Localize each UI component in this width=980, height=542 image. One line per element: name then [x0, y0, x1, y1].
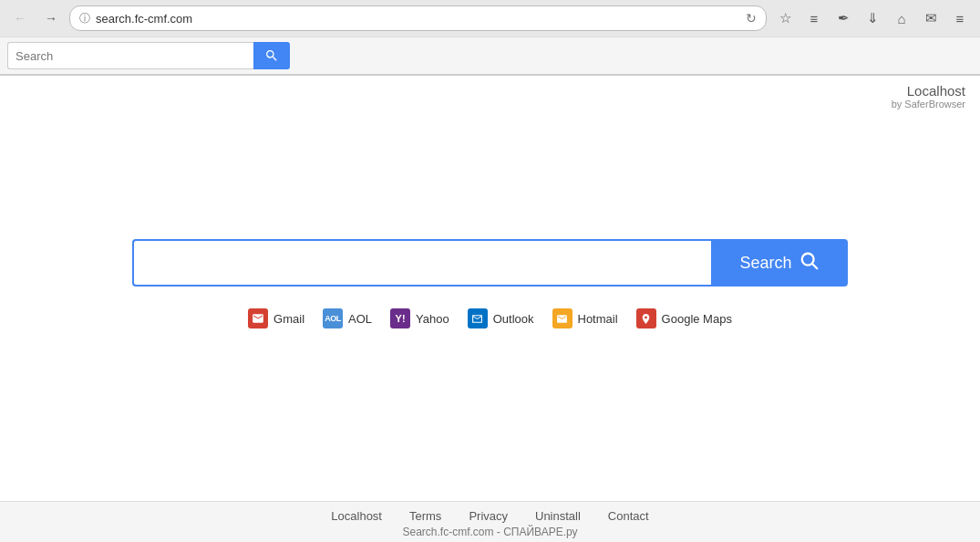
hotmail-icon [552, 308, 573, 328]
menu-icon[interactable]: ≡ [947, 5, 973, 31]
google-maps-label: Google Maps [662, 312, 732, 326]
ext-search-button[interactable] [253, 42, 290, 69]
footer: Localhost Terms Privacy Uninstall Contac… [0, 501, 980, 542]
quick-link-gmail[interactable]: Gmail [248, 308, 304, 328]
extension-bar [0, 36, 980, 75]
quick-links: Gmail AOL AOL Y! Yahoo Outlook [248, 308, 732, 328]
footer-bottom-text: Search.fc-cmf.com - СПАЙВАРЕ.ру [0, 526, 980, 538]
branding-main: Localhost [892, 83, 965, 99]
chat-icon[interactable]: ✉ [918, 5, 944, 31]
browser-toolbar: ← → ⓘ ↻ ☆ ≡ ✒ ⇓ ⌂ ✉ ≡ [0, 0, 980, 36]
yahoo-label: Yahoo [416, 312, 449, 326]
hotmail-label: Hotmail [578, 312, 618, 326]
yahoo-icon: Y! [390, 308, 410, 328]
browser-chrome: ← → ⓘ ↻ ☆ ≡ ✒ ⇓ ⌂ ✉ ≡ [0, 0, 980, 76]
quick-link-outlook[interactable]: Outlook [468, 308, 534, 328]
back-button[interactable]: ← [7, 5, 33, 31]
url-input[interactable] [96, 12, 740, 26]
branding-sub: by SaferBrowser [892, 99, 965, 109]
star-icon[interactable]: ☆ [772, 5, 798, 31]
toolbar-icons: ☆ ≡ ✒ ⇓ ⌂ ✉ ≡ [772, 5, 973, 31]
page-content: Localhost by SaferBrowser Search [0, 76, 980, 510]
ext-search-input[interactable] [7, 42, 253, 69]
home-icon[interactable]: ⌂ [889, 5, 914, 31]
svg-line-1 [812, 264, 817, 268]
quick-link-aol[interactable]: AOL AOL [323, 308, 372, 328]
main-search-box: Search [132, 239, 848, 287]
outlook-icon [468, 308, 488, 328]
quick-link-yahoo[interactable]: Y! Yahoo [390, 308, 449, 328]
main-search-button[interactable]: Search [711, 239, 848, 287]
footer-link-localhost[interactable]: Localhost [331, 509, 382, 523]
footer-link-uninstall[interactable]: Uninstall [535, 509, 581, 523]
google-maps-icon [636, 308, 656, 328]
outlook-label: Outlook [493, 312, 534, 326]
info-icon: ⓘ [79, 11, 90, 26]
refresh-icon[interactable]: ↻ [746, 11, 757, 26]
footer-link-contact[interactable]: Contact [608, 509, 649, 523]
footer-links: Localhost Terms Privacy Uninstall Contac… [0, 509, 980, 523]
pocket-icon[interactable]: ✒ [830, 5, 856, 31]
gmail-label: Gmail [273, 312, 304, 326]
address-bar: ⓘ ↻ [69, 5, 767, 31]
ext-search-icon [264, 48, 279, 63]
branding-label: Localhost by SaferBrowser [892, 83, 965, 109]
reader-mode-icon[interactable]: ≡ [801, 5, 827, 31]
gmail-icon [248, 308, 268, 328]
footer-link-privacy[interactable]: Privacy [469, 509, 508, 523]
search-label: Search [739, 254, 791, 273]
forward-button[interactable]: → [38, 5, 64, 31]
search-icon [799, 251, 820, 276]
aol-icon: AOL [323, 308, 343, 328]
download-icon[interactable]: ⇓ [860, 5, 885, 31]
quick-link-hotmail[interactable]: Hotmail [552, 308, 618, 328]
main-search-area: Search Gmail AOL [132, 239, 848, 328]
main-search-input[interactable] [132, 239, 711, 287]
aol-label: AOL [348, 312, 372, 326]
quick-link-google-maps[interactable]: Google Maps [636, 308, 732, 328]
footer-link-terms[interactable]: Terms [409, 509, 441, 523]
